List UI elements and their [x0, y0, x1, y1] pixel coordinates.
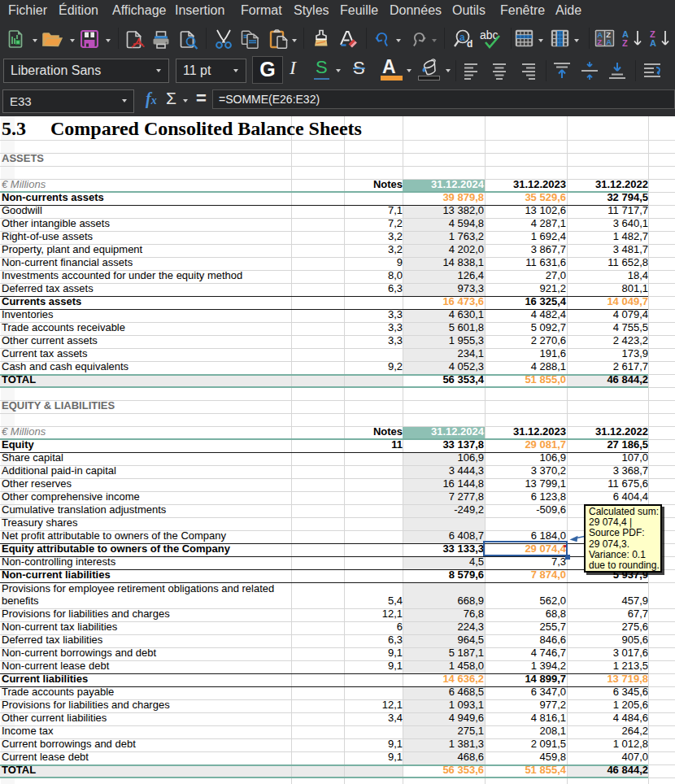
svg-text:A: A: [650, 38, 656, 47]
svg-text:Z: Z: [597, 37, 602, 46]
svg-text:Z: Z: [622, 38, 628, 47]
svg-text:a: a: [459, 32, 465, 43]
svg-text:d: d: [467, 38, 472, 50]
svg-text:A: A: [606, 37, 612, 46]
